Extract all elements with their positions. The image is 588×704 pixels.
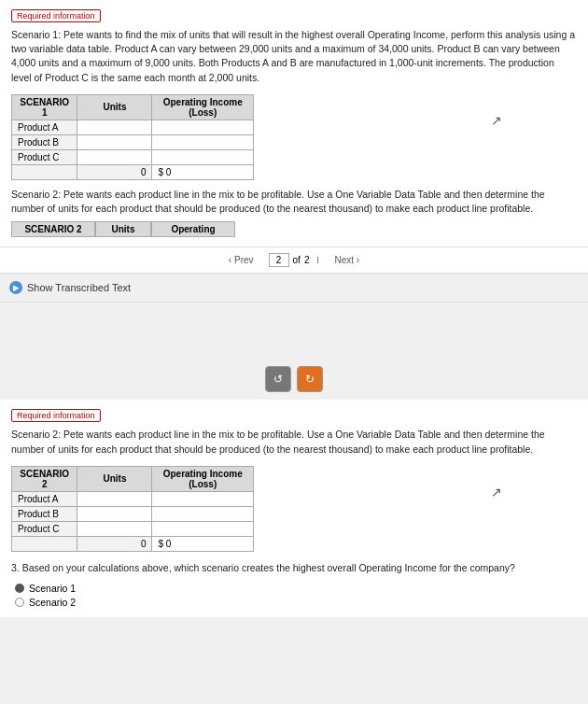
- table-row-total: 0 $ 0: [12, 164, 254, 179]
- spacer: [0, 303, 588, 359]
- redo-button[interactable]: ↻: [297, 366, 323, 392]
- radio-item-scenario1[interactable]: Scenario 1: [15, 583, 577, 594]
- cursor-arrow-1: ↗: [491, 113, 502, 128]
- toolbar-area: ↺ ↻: [0, 359, 588, 400]
- radio-item-scenario2[interactable]: Scenario 2: [15, 597, 577, 608]
- cursor-arrow-2: ↗: [491, 485, 502, 500]
- grid-icon[interactable]: ⁝: [316, 255, 319, 265]
- table-row: Product A: [12, 491, 254, 506]
- redo-icon: ↻: [305, 373, 315, 386]
- required-badge-1: Required information: [11, 9, 101, 22]
- product-c-units-2[interactable]: [77, 521, 152, 536]
- page-info: of 2 ⁝: [269, 253, 320, 267]
- total-income-cell-2: $ 0: [152, 536, 254, 551]
- product-b-income-1[interactable]: [152, 134, 254, 149]
- radio-circle-scenario2: [15, 598, 24, 607]
- next-button[interactable]: Next ›: [329, 253, 365, 267]
- dollar-sign-2: $: [158, 539, 163, 549]
- partial-col3: Operating: [151, 221, 235, 237]
- page1-section: Required information Scenario 1: Pete wa…: [0, 0, 588, 246]
- total-units-1: 0: [77, 164, 152, 179]
- total-income-val-2: 0: [166, 539, 172, 549]
- table1-header-scenario: SCENARIO 1: [12, 94, 77, 120]
- partial-col1: SCENARIO 2: [11, 221, 95, 237]
- product-a-label-1: Product A: [12, 120, 77, 134]
- table2-header-units: Units: [77, 466, 152, 491]
- scenario2-partial-header: SCENARIO 2 Units Operating: [11, 221, 577, 237]
- radio-label-scenario1: Scenario 1: [29, 583, 76, 594]
- required-badge-2: Required information: [11, 409, 101, 422]
- product-b-units-1[interactable]: [77, 134, 152, 149]
- partial-col2: Units: [95, 221, 151, 237]
- table-row: Product C: [12, 149, 254, 164]
- question3-text: 3. Based on your calculations above, whi…: [11, 561, 577, 575]
- scenario1-table: SCENARIO 1 Units Operating Income (Loss)…: [11, 94, 254, 180]
- undo-icon: ↺: [273, 373, 283, 386]
- product-a-units-1[interactable]: [77, 120, 152, 134]
- scenario2-table: SCENARIO 2 Units Operating Income (Loss)…: [11, 466, 254, 552]
- total-label-empty: [12, 164, 77, 179]
- table2-header-scenario: SCENARIO 2: [12, 466, 77, 491]
- product-b-income-2[interactable]: [152, 506, 254, 521]
- product-c-income-1[interactable]: [152, 149, 254, 164]
- table-row-total-2: 0 $ 0: [12, 536, 254, 551]
- scenario2-description-preview: Scenario 2: Pete wants each product line…: [11, 188, 577, 216]
- product-a-label-2: Product A: [12, 491, 77, 506]
- product-a-units-2[interactable]: [77, 491, 152, 506]
- dollar-sign-1: $: [158, 167, 163, 177]
- undo-button[interactable]: ↺: [265, 366, 291, 392]
- product-b-label-2: Product B: [12, 506, 77, 521]
- table2-header-income: Operating Income (Loss): [152, 466, 254, 491]
- product-b-label-1: Product B: [12, 134, 77, 149]
- table-row: Product C: [12, 521, 254, 536]
- total-income-val-1: 0: [166, 167, 172, 177]
- page-of-label: of: [293, 255, 301, 265]
- radio-circle-scenario1: [15, 584, 24, 593]
- page2-section: Required information Scenario 2: Pete wa…: [0, 400, 588, 617]
- product-c-income-2[interactable]: [152, 521, 254, 536]
- product-c-label-2: Product C: [12, 521, 77, 536]
- prev-button[interactable]: ‹ Prev: [223, 253, 259, 267]
- prev-label: Prev: [234, 255, 254, 265]
- table1-header-income: Operating Income (Loss): [152, 94, 254, 120]
- prev-arrow: ‹: [229, 255, 231, 265]
- table-row: Product B: [12, 506, 254, 521]
- scenario-radio-group: Scenario 1 Scenario 2: [11, 583, 577, 608]
- page-current-input[interactable]: [269, 253, 289, 267]
- table1-header-units: Units: [77, 94, 152, 120]
- product-a-income-1[interactable]: [152, 120, 254, 134]
- show-transcribed-section[interactable]: ▶ Show Transcribed Text: [0, 273, 588, 303]
- total-units-2: 0: [77, 536, 152, 551]
- page-total: 2: [304, 255, 310, 265]
- product-b-units-2[interactable]: [77, 506, 152, 521]
- product-c-units-1[interactable]: [77, 149, 152, 164]
- show-transcribed-label: Show Transcribed Text: [27, 282, 131, 293]
- table-row: Product B: [12, 134, 254, 149]
- radio-label-scenario2: Scenario 2: [29, 597, 76, 608]
- scenario1-description: Scenario 1: Pete wants to find the mix o…: [11, 28, 577, 85]
- total-label-empty-2: [12, 536, 77, 551]
- next-arrow: ›: [357, 255, 359, 265]
- product-c-label-1: Product C: [12, 149, 77, 164]
- scenario2-description-full: Scenario 2: Pete wants each product line…: [11, 428, 577, 456]
- product-a-income-2[interactable]: [152, 491, 254, 506]
- total-income-cell-1: $ 0: [152, 164, 254, 179]
- table-row: Product A: [12, 120, 254, 134]
- transcribed-icon: ▶: [9, 281, 22, 294]
- next-label: Next: [334, 255, 354, 265]
- navigation-bar: ‹ Prev of 2 ⁝ Next ›: [0, 246, 588, 273]
